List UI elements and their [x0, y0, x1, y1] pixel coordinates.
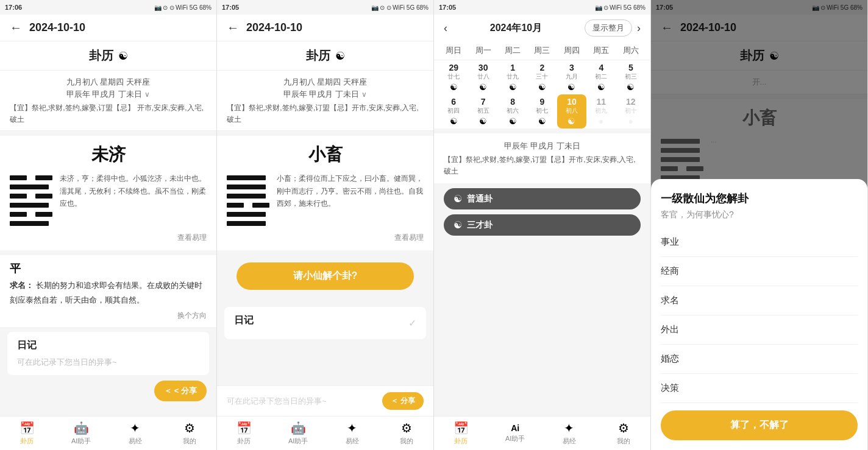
view-yili-1[interactable]: 查看易理	[10, 233, 207, 243]
panel-4: 17:05 📷 ⊙ WiFi 5G 68% ← 2024-10-10 卦历 ☯ …	[651, 0, 868, 450]
sancai-gua-button[interactable]: ☯ 三才卦	[444, 214, 641, 236]
modal-option-jingshang[interactable]: 经商	[661, 257, 858, 286]
modal-overlay: 一级散仙为您解卦 客官，为何事忧心? 事业 经商 求名 外出 婚恋 决策 算了，…	[651, 0, 867, 450]
tab-guali-2[interactable]: 📅 卦历	[217, 421, 271, 446]
putong-gua-button[interactable]: ☯ 普通卦	[444, 188, 641, 209]
status-time-2: 17:05	[222, 4, 239, 11]
selected-date-info: 甲辰年 甲戌月 丁未日 【宜】祭祀,求财,签约,嫁娶,订盟【忌】开市,安床,安葬…	[434, 133, 650, 183]
cal-day-9[interactable]: 9 初七 ☯	[527, 94, 557, 128]
cal-day-5[interactable]: 5 初三 ☯	[616, 60, 646, 94]
panel-1: 17:06 📷 ⊙ ⊙ WiFi 5G 68% ← 2024-10-10 卦历 …	[0, 0, 217, 450]
hexagram-header-1: 卦历 ☯	[0, 41, 216, 71]
app-header-1: ← 2024-10-10	[0, 15, 216, 41]
diary-section-2: 日记 ✓	[224, 307, 426, 339]
yin-yang-icon-2: ☯	[335, 49, 345, 63]
diary-input-2[interactable]: 可在此记录下您当日的异事~	[227, 396, 327, 407]
mine-icon-1: ⚙	[184, 421, 195, 435]
modal-option-shiye[interactable]: 事业	[661, 228, 858, 257]
content-area-1: 卦历 ☯ 九月初八 星期四 天秤座 甲辰年 甲戌月 丁未日 ∨ 【宜】祭祀,求财…	[0, 41, 216, 416]
hexagram-lines-1	[10, 172, 52, 229]
tab-guali-3[interactable]: 📅 卦历	[434, 421, 488, 446]
hexagram-section-2: 小畜 小畜；柔得位而上下应之，曰小畜。健而巽，刚中而志行，乃亨。密云不雨，尚往也…	[217, 136, 433, 250]
cal-day-12[interactable]: 12 初十 ●	[616, 94, 646, 128]
date-info-1: 九月初八 星期四 天秤座 甲辰年 甲戌月 丁未日 ∨ 【宜】祭祀,求财,签约,嫁…	[0, 71, 216, 131]
cal-day-8[interactable]: 8 初六 ☯	[498, 94, 527, 128]
cal-day-3[interactable]: 3 九月 ☯	[557, 60, 586, 94]
tab-bar-3: 📅 卦历 Ai AI助手 ✦ 易经 ⚙ 我的	[434, 416, 650, 450]
fortune-text-1: 长期的努力和追求即会有结果。在成败的关键时刻应泰然自若，听天由命，顺其自然。	[10, 281, 202, 304]
tab-ai-2[interactable]: 🤖 AI助手	[271, 421, 326, 446]
tab-label-mine-3: 我的	[617, 437, 630, 446]
share-button-2[interactable]: ＜ 分享	[382, 392, 424, 410]
tab-guali-1[interactable]: 📅 卦历	[0, 421, 54, 446]
back-button-1[interactable]: ←	[10, 21, 22, 35]
modal-option-juece[interactable]: 决策	[661, 374, 858, 403]
status-bar-3: 17:05 📷 ⊙ WiFi 5G 68%	[434, 0, 650, 15]
tab-bar-1: 📅 卦历 🤖 AI助手 ✦ 易经 ⚙ 我的	[0, 416, 216, 450]
back-button-2[interactable]: ←	[227, 21, 239, 35]
tab-label-yijing-1: 易经	[129, 437, 142, 446]
tab-mine-1[interactable]: ⚙ 我的	[162, 421, 216, 446]
modal-option-hunlian[interactable]: 婚恋	[661, 345, 858, 374]
modal-option-qiuming[interactable]: 求名	[661, 286, 858, 315]
view-yili-2[interactable]: 查看易理	[227, 233, 424, 243]
tab-label-yijing-3: 易经	[563, 437, 576, 446]
hexagram-body-1: 未济，亨；柔得中也。小狐汔济，未出中也。濡其尾，无攸利；不续终也。虽不当位，刚柔…	[10, 172, 207, 229]
cal-day-7[interactable]: 7 初五 ☯	[468, 94, 497, 128]
status-icons-1: 📷 ⊙ ⊙ WiFi 5G 68%	[154, 4, 212, 11]
status-bar-2: 17:05 📷 ⊙ ⊙ WiFi 5G 68%	[217, 0, 433, 15]
cal-day-30[interactable]: 30 廿八 ☯	[468, 60, 497, 94]
chevron-down-icon-2[interactable]: ∨	[361, 90, 367, 99]
hexagram-app-title-1: 卦历	[89, 47, 113, 64]
cal-day-11[interactable]: 11 初九 ●	[586, 94, 616, 128]
show-full-button[interactable]: 显示整月	[585, 19, 632, 37]
xiao-xian-button[interactable]: 请小仙解个卦?	[237, 262, 414, 290]
tab-ai-1[interactable]: 🤖 AI助手	[54, 421, 108, 446]
cal-day-1[interactable]: 1 廿九 ☯	[498, 60, 527, 94]
weekday-tue: 周二	[498, 41, 527, 60]
diary-check-icon-2: ✓	[408, 317, 416, 329]
chevron-down-icon-1[interactable]: ∨	[144, 90, 150, 99]
modal-sheet: 一级散仙为您解卦 客官，为何事忧心? 事业 经商 求名 外出 婚恋 决策 算了，…	[651, 179, 867, 450]
gua-buttons-container: ☯ 普通卦 ☯ 三才卦	[434, 183, 650, 241]
tab-mine-3[interactable]: ⚙ 我的	[596, 421, 650, 446]
change-dir-1[interactable]: 换个方向	[10, 311, 207, 321]
calendar-icon-1: 📅	[20, 421, 35, 435]
weekday-thu: 周四	[557, 41, 586, 60]
tab-label-guali-1: 卦历	[20, 437, 34, 446]
putong-gua-icon: ☯	[454, 193, 462, 205]
cal-day-10-today[interactable]: 10 初八 ☯	[557, 94, 586, 128]
diary-placeholder-1[interactable]: 可在此记录下您当日的异事~	[17, 357, 199, 368]
cal-day-4[interactable]: 4 初二 ☯	[586, 60, 616, 94]
cal-day-29[interactable]: 29 廿七 ☯	[439, 60, 468, 94]
date-line1-2: 九月初八 星期四 天秤座	[227, 77, 424, 88]
ai-icon-2: 🤖	[291, 421, 306, 435]
calendar-grid: 29 廿七 ☯ 30 廿八 ☯ 1 廿九 ☯ 2 三十 ☯ 3 九月 ☯ 4 初…	[434, 60, 650, 128]
tab-yijing-2[interactable]: ✦ 易经	[326, 421, 380, 446]
status-icons-3: 📷 ⊙ WiFi 5G 68%	[595, 4, 646, 11]
tab-ai-3[interactable]: Ai AI助手	[488, 423, 542, 443]
hexagram-desc-1: 未济，亨；柔得中也。小狐汔济，未出中也。濡其尾，无攸利；不续终也。虽不当位，刚柔…	[60, 172, 207, 209]
cal-prev-button[interactable]: ‹	[444, 22, 447, 35]
ai-icon-1: 🤖	[74, 421, 89, 435]
header-title-2: 2024-10-10	[246, 21, 302, 34]
sancai-gua-icon: ☯	[454, 219, 462, 231]
yi-text-1: 【宜】祭祀,求财,签约,嫁娶,订盟【忌】 开市,安床,安葬,入宅,破土	[10, 102, 207, 125]
modal-option-waichu[interactable]: 外出	[661, 315, 858, 345]
diary-section-1: 日记 可在此记录下您当日的异事~	[7, 332, 209, 375]
yi-text-2: 【宜】祭祀,求财,签约,嫁娶,订盟【忌】开市,安床,安葬,入宅,破土	[227, 102, 424, 125]
modal-cancel-button[interactable]: 算了，不解了	[661, 410, 858, 440]
tab-mine-2[interactable]: ⚙ 我的	[379, 421, 433, 446]
tab-yijing-1[interactable]: ✦ 易经	[108, 421, 163, 446]
calendar-icon-3: 📅	[454, 421, 469, 435]
share-button-1[interactable]: ＜ < 分享	[154, 381, 207, 401]
hexagram-section-1: 未济 未济，亨；柔得中也。小狐汔济，未出中也。濡其尾，无攸利；不续终也。虽不当位…	[0, 136, 216, 250]
hexagram-app-title-2: 卦历	[306, 47, 330, 64]
status-time-3: 17:05	[439, 4, 456, 11]
header-title-1: 2024-10-10	[29, 21, 85, 34]
tab-yijing-3[interactable]: ✦ 易经	[542, 421, 597, 446]
sel-yi-text: 【宜】祭祀,求财,签约,嫁娶,订盟【忌】开市,安床,安葬,入宅,破土	[444, 154, 641, 177]
cal-day-2[interactable]: 2 三十 ☯	[527, 60, 557, 94]
cal-next-button[interactable]: ›	[637, 22, 641, 35]
cal-day-6[interactable]: 6 初四 ☯	[439, 94, 468, 128]
